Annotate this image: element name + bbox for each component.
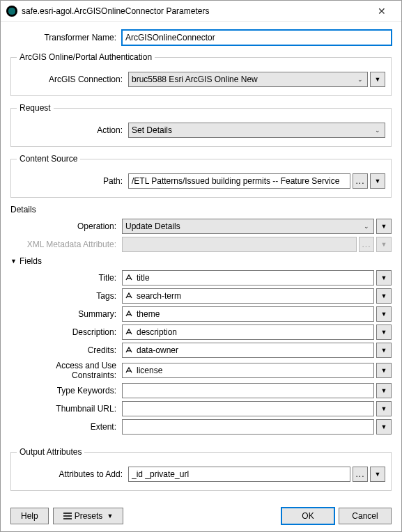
chevron-down-icon: ⌄: [356, 76, 364, 83]
chevron-down-icon: ⌄: [362, 223, 371, 230]
attrs-options-button[interactable]: ▼: [370, 467, 385, 482]
attribute-icon: [123, 328, 135, 336]
caret-down-icon: ▼: [10, 258, 17, 265]
tags-options-button[interactable]: ▼: [376, 288, 392, 304]
auth-group: ArcGIS Online/Portal Authentication ArcG…: [10, 52, 392, 96]
content-source-legend: Content Source: [17, 154, 80, 164]
title-value: title: [135, 273, 150, 283]
chevron-down-icon: ⌄: [373, 127, 382, 134]
details-group: Details Operation: Update Details ⌄ ▼ XM…: [10, 205, 392, 441]
constraints-label: Access and Use Constraints:: [10, 361, 122, 380]
button-bar: Help Presets ▼ OK Cancel: [10, 508, 392, 524]
window-title: safe.esri-agol.ArcGISOnlineConnector Par…: [22, 6, 368, 16]
path-options-button[interactable]: ▼: [370, 173, 385, 189]
summary-value: theme: [135, 309, 160, 319]
operation-label: Operation:: [10, 221, 122, 231]
svg-point-4: [68, 515, 69, 517]
operation-options-button[interactable]: ▼: [376, 219, 392, 234]
dialog-window: safe.esri-agol.ArcGISOnlineConnector Par…: [0, 0, 402, 532]
action-label: Action:: [17, 125, 128, 135]
description-label: Description:: [10, 327, 122, 337]
operation-value: Update Details: [125, 221, 362, 231]
xml-browse-button: ...: [359, 237, 374, 252]
request-legend: Request: [17, 103, 54, 113]
action-combo[interactable]: Set Details ⌄: [128, 123, 385, 138]
action-value: Set Details: [132, 125, 373, 135]
extent-input[interactable]: [122, 419, 374, 435]
help-button[interactable]: Help: [10, 508, 49, 524]
presets-button[interactable]: Presets ▼: [53, 508, 124, 524]
close-button[interactable]: ✕: [368, 6, 396, 17]
content-source-group: Content Source Path: ... ▼: [10, 154, 392, 198]
xml-combo: [122, 237, 357, 252]
tags-label: Tags:: [10, 291, 122, 301]
presets-icon: [63, 513, 72, 519]
connection-combo[interactable]: bruc5588 Esri ArcGIS Online New ⌄: [128, 72, 368, 87]
connection-options-button[interactable]: ▼: [370, 72, 385, 87]
attrs-label: Attributes to Add:: [17, 469, 128, 479]
fields-group: ▼ Fields Title: title ▼ Tags: search-te: [10, 256, 392, 439]
thumb-label: Thumbnail URL:: [10, 404, 122, 414]
ok-button[interactable]: OK: [281, 508, 334, 524]
title-label: Title:: [10, 273, 122, 283]
path-browse-button[interactable]: ...: [353, 173, 368, 189]
chevron-down-icon: ▼: [107, 513, 113, 519]
attribute-icon: [123, 366, 135, 375]
transformer-name-label: Transformer Name:: [10, 33, 122, 42]
extent-label: Extent:: [10, 422, 122, 432]
description-value: description: [135, 327, 177, 337]
attribute-icon: [123, 274, 135, 282]
attribute-icon: [123, 292, 135, 300]
auth-legend: ArcGIS Online/Portal Authentication: [17, 52, 155, 62]
app-icon: [6, 6, 17, 17]
extent-options-button[interactable]: ▼: [376, 419, 392, 435]
fields-legend-text: Fields: [20, 256, 42, 266]
thumb-input[interactable]: [122, 401, 374, 416]
summary-options-button[interactable]: ▼: [376, 306, 392, 322]
xml-options-button: ▼: [376, 237, 392, 252]
xml-label: XML Metadata Attribute:: [10, 240, 122, 249]
attrs-input[interactable]: [128, 467, 350, 482]
constraints-value: license: [135, 366, 162, 375]
credits-label: Credits:: [10, 345, 122, 355]
connection-value: bruc5588 Esri ArcGIS Online New: [132, 75, 356, 84]
constraints-options-button[interactable]: ▼: [376, 363, 392, 378]
attribute-icon: [123, 310, 135, 318]
path-input[interactable]: [128, 173, 350, 189]
title-options-button[interactable]: ▼: [376, 270, 392, 285]
thumb-options-button[interactable]: ▼: [376, 401, 392, 416]
path-label: Path:: [17, 176, 128, 186]
output-legend: Output Attributes: [17, 447, 84, 457]
keywords-label: Type Keywords:: [10, 386, 122, 396]
svg-rect-1: [63, 515, 72, 517]
attrs-browse-button[interactable]: ...: [353, 467, 368, 482]
tags-input[interactable]: search-term: [122, 288, 374, 304]
operation-combo[interactable]: Update Details ⌄: [122, 219, 374, 234]
title-input[interactable]: title: [122, 270, 374, 285]
keywords-options-button[interactable]: ▼: [376, 383, 392, 398]
tags-value: search-term: [135, 291, 181, 301]
titlebar: safe.esri-agol.ArcGISOnlineConnector Par…: [1, 1, 401, 22]
summary-input[interactable]: theme: [122, 306, 374, 322]
constraints-input[interactable]: license: [122, 363, 374, 378]
request-group: Request Action: Set Details ⌄: [10, 103, 392, 147]
connection-label: ArcGIS Connection:: [17, 75, 128, 84]
keywords-input[interactable]: [122, 383, 374, 398]
transformer-name-input[interactable]: [122, 30, 392, 45]
description-options-button[interactable]: ▼: [376, 324, 392, 340]
attribute-icon: [123, 346, 135, 354]
transformer-name-row: Transformer Name:: [10, 30, 392, 45]
credits-value: data-owner: [135, 345, 178, 355]
fields-toggle[interactable]: ▼ Fields: [10, 256, 45, 266]
output-group: Output Attributes Attributes to Add: ...…: [10, 447, 392, 491]
details-legend: Details: [10, 205, 39, 214]
summary-label: Summary:: [10, 309, 122, 319]
cancel-button[interactable]: Cancel: [339, 508, 392, 524]
description-input[interactable]: description: [122, 324, 374, 340]
dialog-content: Transformer Name: ArcGIS Online/Portal A…: [1, 22, 401, 491]
credits-input[interactable]: data-owner: [122, 343, 374, 358]
credits-options-button[interactable]: ▼: [376, 343, 392, 358]
